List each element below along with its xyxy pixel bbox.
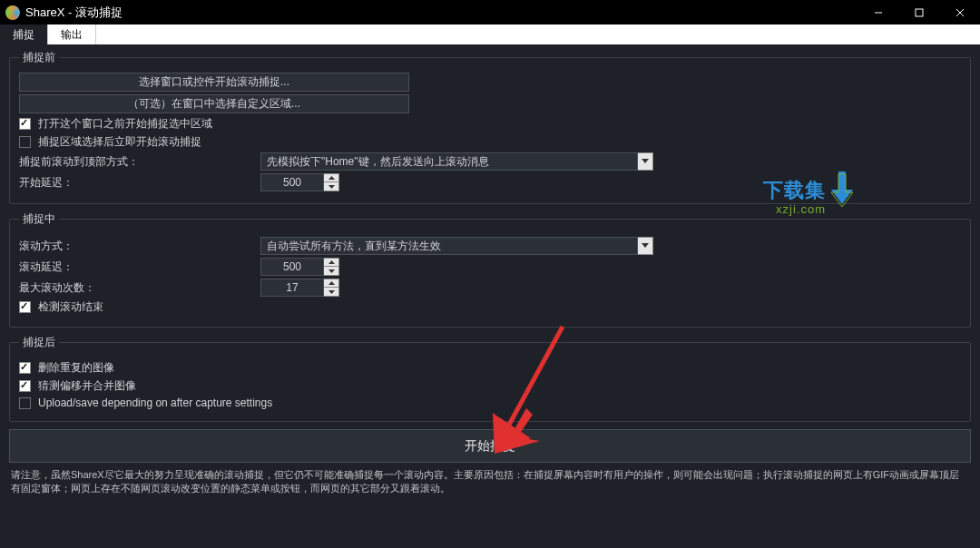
legend-before: 捕捉前: [19, 50, 59, 65]
window-title: ShareX - 滚动捕捉: [25, 5, 122, 21]
svg-marker-11: [328, 290, 335, 294]
label-guess-offset: 猜测偏移并合并图像: [38, 378, 136, 394]
close-button[interactable]: [939, 0, 980, 24]
spinner-up-icon[interactable]: [324, 279, 339, 288]
tab-capture[interactable]: 捕捉: [0, 24, 48, 44]
checkbox-remove-duplicates[interactable]: [19, 362, 31, 374]
label-upload-save: Upload/save depending on after capture s…: [38, 396, 272, 409]
svg-marker-5: [328, 176, 335, 180]
checkbox-start-after-region[interactable]: [19, 136, 31, 148]
group-before-capture: 捕捉前 选择窗口或控件开始滚动捕捉... （可选）在窗口中选择自定义区域... …: [9, 50, 971, 204]
svg-marker-9: [328, 269, 335, 273]
legend-during: 捕捉中: [19, 211, 59, 227]
checkbox-open-window-before[interactable]: [19, 118, 31, 130]
svg-marker-6: [328, 185, 335, 189]
tab-output[interactable]: 输出: [48, 24, 96, 44]
select-scroll-method-value: 自动尝试所有方法，直到某方法生效: [260, 237, 638, 255]
label-detect-scroll-end: 检测滚动结束: [38, 299, 103, 315]
group-after-capture: 捕捉后 删除重复的图像 猜测偏移并合并图像 Upload/save depend…: [9, 335, 971, 422]
checkbox-guess-offset[interactable]: [19, 380, 31, 392]
group-during-capture: 捕捉中 滚动方式： 自动尝试所有方法，直到某方法生效 滚动延迟： 500 最大滚…: [9, 211, 971, 328]
spinner-down-icon[interactable]: [324, 182, 339, 191]
spinner-down-icon[interactable]: [324, 288, 339, 297]
spinner-up-icon[interactable]: [324, 173, 339, 182]
svg-marker-4: [642, 159, 649, 163]
titlebar: ShareX - 滚动捕捉: [0, 0, 980, 24]
start-capture-button[interactable]: 开始捕捉: [9, 429, 971, 463]
minimize-button[interactable]: [858, 0, 898, 24]
label-scroll-delay: 滚动延迟：: [19, 259, 260, 275]
spinner-max-scroll-value[interactable]: 17: [260, 279, 324, 297]
spinner-up-icon[interactable]: [324, 258, 339, 267]
app-icon: [5, 5, 20, 20]
spinner-max-scroll[interactable]: 17: [260, 279, 339, 297]
label-start-delay: 开始延迟：: [19, 175, 260, 191]
window-controls: [858, 0, 980, 24]
svg-line-3: [956, 9, 964, 16]
spinner-scroll-delay[interactable]: 500: [260, 258, 339, 276]
label-scroll-top-method: 捕捉前滚动到顶部方式：: [19, 154, 260, 170]
checkbox-upload-save[interactable]: [19, 397, 31, 409]
spinner-start-delay[interactable]: 500: [260, 173, 339, 191]
svg-marker-7: [642, 243, 649, 248]
svg-marker-10: [328, 281, 335, 285]
spinner-start-delay-value[interactable]: 500: [260, 173, 324, 191]
legend-after: 捕捉后: [19, 335, 59, 350]
label-max-scroll: 最大滚动次数：: [19, 280, 260, 296]
label-open-window-before: 打开这个窗口之前开始捕捉选中区域: [38, 116, 212, 132]
tabbar: 捕捉 输出: [0, 24, 980, 44]
svg-line-2: [956, 9, 964, 16]
select-window-button[interactable]: 选择窗口或控件开始滚动捕捉...: [19, 73, 409, 92]
note-text: 请注意，虽然ShareX尽它最大的努力呈现准确的滚动捕捉，但它仍不可能准确捕捉每…: [9, 468, 971, 495]
spinner-down-icon[interactable]: [324, 267, 339, 276]
select-scroll-top-method[interactable]: 先模拟按下"Home"键，然后发送向上滚动消息: [260, 152, 653, 171]
label-start-after-region: 捕捉区域选择后立即开始滚动捕捉: [38, 134, 201, 150]
label-scroll-method: 滚动方式：: [19, 239, 260, 254]
checkbox-detect-scroll-end[interactable]: [19, 301, 31, 313]
select-scroll-method[interactable]: 自动尝试所有方法，直到某方法生效: [260, 237, 653, 255]
svg-marker-8: [328, 260, 335, 264]
maximize-button[interactable]: [898, 0, 939, 24]
dropdown-icon[interactable]: [638, 237, 653, 255]
svg-rect-1: [916, 9, 923, 16]
spinner-scroll-delay-value[interactable]: 500: [260, 258, 324, 276]
select-scroll-top-value: 先模拟按下"Home"键，然后发送向上滚动消息: [260, 152, 638, 171]
label-remove-duplicates: 删除重复的图像: [38, 360, 114, 376]
select-region-button[interactable]: （可选）在窗口中选择自定义区域...: [19, 94, 409, 113]
dropdown-icon[interactable]: [638, 152, 653, 171]
